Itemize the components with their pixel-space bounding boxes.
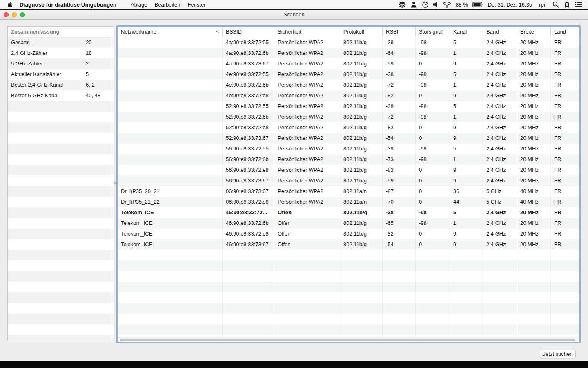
zoom-window-button[interactable] xyxy=(20,12,25,17)
network-row[interactable]: Telekom_ICE46:90:e8:33:72…Offen802.11b/g… xyxy=(118,207,579,218)
network-row[interactable]: Dr_l)P35_21_2206:90:e8:33:72:e8Persönlic… xyxy=(118,197,579,207)
network-row[interactable]: Telekom_ICE46:90:e8:33:72:6bOffen802.11b… xyxy=(118,218,579,229)
summary-label: Bester 2,4-GHz-Kanal xyxy=(8,80,86,90)
battery-icon[interactable] xyxy=(472,2,483,7)
menu-fenster[interactable]: Fenster xyxy=(187,2,205,8)
cell-channel: 1 xyxy=(450,80,483,90)
layers-icon[interactable] xyxy=(399,1,406,8)
column-header-country[interactable]: Land xyxy=(551,27,579,37)
cell-bssid: 06:90:e8:33:72:e8 xyxy=(223,197,274,207)
time-machine-icon[interactable] xyxy=(422,1,429,8)
network-row[interactable]: 56:90:e8:33:72:e8Persönlicher WPA2802.11… xyxy=(118,165,579,175)
cell-band: 2,4 GHz xyxy=(483,112,517,122)
column-header-channel[interactable]: Kanal xyxy=(450,27,483,37)
cell-channel: 1 xyxy=(450,48,483,58)
network-row[interactable]: Telekom_ICE46:90:e8:33:73:67Offen802.11b… xyxy=(118,239,579,250)
cell-width: 20 MHz xyxy=(517,154,551,165)
cell-channel: 9 xyxy=(450,229,483,239)
column-header-bssid[interactable]: BSSID xyxy=(223,27,274,37)
column-header-noise[interactable]: Störsignal xyxy=(416,27,450,37)
network-row[interactable]: 4e:90:e8:33:72:6bPersönlicher WPA2802.11… xyxy=(118,80,579,90)
cell-channel: 9 xyxy=(450,175,483,186)
cell-protocol: 802.11b/g xyxy=(340,154,383,165)
cell-channel: 9 xyxy=(450,122,483,133)
network-row[interactable]: 4e:90:e8:33:72:55Persönlicher WPA2802.11… xyxy=(118,69,579,80)
column-header-rssi[interactable]: RSSI xyxy=(383,27,416,37)
cell-noise: -98 xyxy=(416,48,450,58)
network-row[interactable]: 4a:90:e8:33:72:55Persönlicher WPA2802.11… xyxy=(118,37,579,48)
network-row[interactable]: 52:90:e8:33:72:55Persönlicher WPA2802.11… xyxy=(118,101,579,112)
cell-protocol: 802.11b/g xyxy=(340,175,383,186)
cell-bssid: 46:90:e8:33:72:6b xyxy=(223,218,274,229)
menu-bar-clock[interactable]: Do. 31. Dez. 16:35 xyxy=(488,2,532,8)
cell-rssi: -39 xyxy=(383,37,416,48)
window-title-bar[interactable]: Scannen xyxy=(0,10,588,20)
cell-bssid: 46:90:e8:33:72:e8 xyxy=(223,229,274,239)
close-window-button[interactable] xyxy=(4,12,9,17)
cell-band: 2,4 GHz xyxy=(483,229,517,239)
summary-label: 2,4 GHz-Zähler xyxy=(8,48,86,58)
menu-ablage[interactable]: Ablage xyxy=(131,2,147,8)
column-header-band[interactable]: Band xyxy=(483,27,517,37)
siri-icon[interactable] xyxy=(564,1,570,8)
summary-value: 20 xyxy=(86,37,114,48)
splitter-handle[interactable] xyxy=(114,182,116,184)
network-row[interactable]: 56:90:e8:33:72:6bPersönlicher WPA2802.11… xyxy=(118,154,579,165)
column-header-width[interactable]: Breite xyxy=(517,27,551,37)
volume-icon[interactable] xyxy=(433,2,438,7)
cell-rssi: -83 xyxy=(383,165,416,175)
cell-channel: 9 xyxy=(450,239,483,250)
network-row[interactable]: 4a:90:e8:33:73:67Persönlicher WPA2802.11… xyxy=(118,58,579,69)
cell-channel: 36 xyxy=(450,186,483,197)
cell-channel: 44 xyxy=(450,197,483,207)
cell-country: FR xyxy=(551,175,579,186)
scan-now-button[interactable]: Jetzt suchen xyxy=(540,350,576,358)
cell-channel: 9 xyxy=(450,90,483,101)
column-header-security[interactable]: Sicherheit xyxy=(274,27,340,37)
cell-bssid: 52:90:e8:33:72:e8 xyxy=(223,122,274,133)
summary-label: 5 GHz-Zähler xyxy=(8,58,86,69)
fast-user-switching-icon[interactable] xyxy=(410,1,417,8)
horizontal-scrollbar-thumb[interactable] xyxy=(120,339,575,341)
network-row[interactable]: 52:90:e8:33:72:e8Persönlicher WPA2802.11… xyxy=(118,122,579,133)
cell-country: FR xyxy=(551,218,579,229)
cell-security: Persönlicher WPA2 xyxy=(274,112,340,122)
cell-bssid: 4e:90:e8:33:72:55 xyxy=(223,69,274,80)
summary-value: 2 xyxy=(86,58,114,69)
cell-country: FR xyxy=(551,186,579,197)
summary-row: Bester 5-GHz-Kanal40, 48 xyxy=(8,90,114,101)
network-row[interactable]: Telekom_ICE46:90:e8:33:72:e8Offen802.11b… xyxy=(118,229,579,239)
network-row[interactable]: 4e:90:e8:33:72:e8Persönlicher WPA2802.11… xyxy=(118,90,579,101)
notification-center-icon[interactable] xyxy=(575,2,583,7)
cell-width: 20 MHz xyxy=(517,101,551,112)
window-controls xyxy=(4,12,25,17)
cell-width: 20 MHz xyxy=(517,48,551,58)
wifi-icon[interactable] xyxy=(443,1,451,8)
current-user-label[interactable]: rpr xyxy=(539,2,546,8)
column-header-protocol[interactable]: Protokoll xyxy=(340,27,383,37)
menu-bearbeiten[interactable]: Bearbeiten xyxy=(155,2,180,8)
menu-bar-status-area: 88 % Do. 31. Dez. 16:35 rpr xyxy=(399,1,588,8)
cell-bssid: 52:90:e8:33:72:6b xyxy=(223,112,274,122)
cell-name xyxy=(118,165,223,175)
cell-width: 20 MHz xyxy=(517,229,551,239)
table-empty-rows xyxy=(118,250,579,338)
apple-menu-icon[interactable] xyxy=(7,2,13,8)
network-row[interactable]: 56:90:e8:33:73:67Persönlicher WPA2802.11… xyxy=(118,175,579,186)
app-menu-title[interactable]: Diagnose für drahtlose Umgebungen xyxy=(20,2,116,8)
cell-protocol: 802.11b/g xyxy=(340,218,383,229)
network-row[interactable]: Dr_l)P35_20_2106:90:e8:33:73:67Persönlic… xyxy=(118,186,579,197)
horizontal-scrollbar[interactable] xyxy=(118,337,579,342)
cell-country: FR xyxy=(551,207,579,218)
cell-protocol: 802.11b/g xyxy=(340,165,383,175)
network-row[interactable]: 52:90:e8:33:72:6bPersönlicher WPA2802.11… xyxy=(118,112,579,122)
network-row[interactable]: 56:90:e8:33:72:55Persönlicher WPA2802.11… xyxy=(118,144,579,154)
summary-row: Aktueller Kanalzähler5 xyxy=(8,69,114,80)
minimize-window-button[interactable] xyxy=(12,12,17,17)
network-row[interactable]: 4a:90:e8:33:72:6bPersönlicher WPA2802.11… xyxy=(118,48,579,58)
cell-name: Dr_l)P35_20_21 xyxy=(118,186,223,197)
empty-column xyxy=(551,250,579,338)
column-header-name[interactable]: Netzwerkname xyxy=(118,27,223,37)
spotlight-icon[interactable] xyxy=(552,1,559,8)
network-row[interactable]: 52:90:e8:33:73:67Persönlicher WPA2802.11… xyxy=(118,133,579,144)
